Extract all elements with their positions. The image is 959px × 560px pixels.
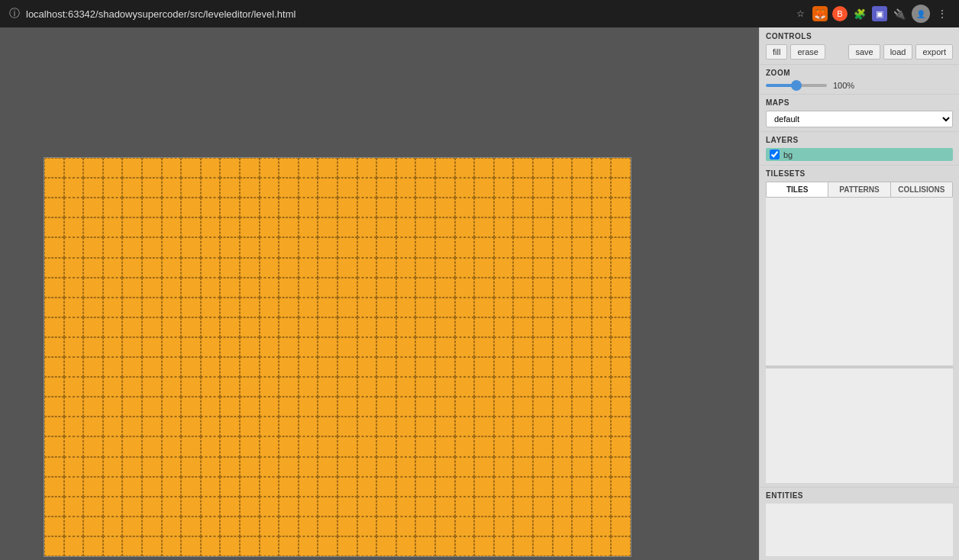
tile-cell[interactable] (455, 497, 475, 517)
tile-cell[interactable] (142, 436, 162, 456)
tile-cell[interactable] (513, 317, 533, 337)
tile-cell[interactable] (474, 178, 494, 198)
tile-cell[interactable] (181, 217, 201, 237)
tile-cell[interactable] (396, 497, 416, 517)
tile-cell[interactable] (572, 457, 592, 477)
tile-cell[interactable] (201, 377, 221, 397)
tile-cell[interactable] (337, 158, 357, 178)
tile-cell[interactable] (142, 417, 162, 436)
tile-cell[interactable] (318, 158, 337, 178)
tile-cell[interactable] (435, 517, 455, 536)
tile-cell[interactable] (44, 517, 64, 536)
tile-cell[interactable] (376, 237, 396, 257)
tile-cell[interactable] (162, 497, 182, 517)
tile-cell[interactable] (455, 477, 475, 497)
tile-cell[interactable] (513, 417, 533, 436)
tile-cell[interactable] (435, 237, 455, 257)
tile-cell[interactable] (376, 536, 396, 556)
tile-cell[interactable] (220, 217, 240, 237)
tile-cell[interactable] (201, 317, 221, 337)
tile-cell[interactable] (357, 497, 377, 517)
tile-cell[interactable] (513, 397, 533, 417)
tile-cell[interactable] (611, 217, 631, 237)
tile-cell[interactable] (220, 457, 240, 477)
tile-cell[interactable] (260, 357, 279, 377)
tile-cell[interactable] (103, 317, 123, 337)
tile-cell[interactable] (122, 417, 142, 436)
tile-cell[interactable] (279, 397, 299, 417)
tile-cell[interactable] (553, 397, 573, 417)
tile-cell[interactable] (415, 377, 435, 397)
tile-cell[interactable] (122, 517, 142, 536)
tab-patterns[interactable]: PATTERNS (828, 182, 890, 197)
tile-cell[interactable] (415, 397, 435, 417)
tile-cell[interactable] (553, 536, 573, 556)
tile-cell[interactable] (376, 258, 396, 278)
tile-cell[interactable] (533, 536, 553, 556)
tile-cell[interactable] (299, 517, 318, 536)
tile-cell[interactable] (396, 158, 416, 178)
tile-cell[interactable] (553, 158, 573, 178)
tile-cell[interactable] (122, 477, 142, 497)
tile-cell[interactable] (415, 198, 435, 217)
tile-cell[interactable] (494, 198, 514, 217)
tile-cell[interactable] (64, 457, 84, 477)
tile-cell[interactable] (494, 517, 514, 536)
tile-cell[interactable] (611, 357, 631, 377)
tile-cell[interactable] (44, 436, 64, 456)
tile-cell[interactable] (592, 217, 612, 237)
tile-cell[interactable] (64, 357, 84, 377)
save-button[interactable]: save (848, 44, 880, 60)
tile-cell[interactable] (455, 397, 475, 417)
tile-cell[interactable] (83, 497, 103, 517)
tile-cell[interactable] (572, 237, 592, 257)
tile-cell[interactable] (103, 417, 123, 436)
tile-cell[interactable] (240, 158, 260, 178)
tile-cell[interactable] (142, 377, 162, 397)
tile-cell[interactable] (64, 298, 84, 317)
tile-cell[interactable] (337, 317, 357, 337)
tile-cell[interactable] (240, 417, 260, 436)
tile-cell[interactable] (553, 477, 573, 497)
tile-cell[interactable] (181, 397, 201, 417)
tile-cell[interactable] (142, 337, 162, 357)
tile-cell[interactable] (299, 198, 318, 217)
tile-cell[interactable] (260, 337, 279, 357)
tile-cell[interactable] (240, 536, 260, 556)
tile-cell[interactable] (260, 397, 279, 417)
tile-cell[interactable] (611, 178, 631, 198)
tile-cell[interactable] (455, 377, 475, 397)
tile-cell[interactable] (592, 457, 612, 477)
tile-cell[interactable] (533, 457, 553, 477)
tile-cell[interactable] (220, 237, 240, 257)
tile-cell[interactable] (299, 237, 318, 257)
tile-cell[interactable] (592, 497, 612, 517)
zoom-slider[interactable] (766, 84, 827, 87)
tile-cell[interactable] (220, 337, 240, 357)
tile-cell[interactable] (318, 457, 337, 477)
tile-cell[interactable] (494, 497, 514, 517)
tile-cell[interactable] (572, 477, 592, 497)
tile-cell[interactable] (494, 436, 514, 456)
tile-cell[interactable] (240, 237, 260, 257)
tile-cell[interactable] (474, 158, 494, 178)
tile-cell[interactable] (357, 198, 377, 217)
tile-cell[interactable] (299, 217, 318, 237)
tile-cell[interactable] (592, 517, 612, 536)
tile-cell[interactable] (220, 317, 240, 337)
tile-cell[interactable] (337, 497, 357, 517)
tile-cell[interactable] (376, 278, 396, 298)
tile-cell[interactable] (572, 158, 592, 178)
tile-cell[interactable] (279, 517, 299, 536)
tile-cell[interactable] (474, 377, 494, 397)
tile-cell[interactable] (162, 217, 182, 237)
tile-cell[interactable] (592, 417, 612, 436)
tile-cell[interactable] (435, 497, 455, 517)
tile-cell[interactable] (415, 457, 435, 477)
tile-cell[interactable] (318, 217, 337, 237)
tile-cell[interactable] (103, 158, 123, 178)
tile-cell[interactable] (533, 317, 553, 337)
tile-cell[interactable] (611, 278, 631, 298)
tile-cell[interactable] (533, 397, 553, 417)
tile-cell[interactable] (103, 337, 123, 357)
